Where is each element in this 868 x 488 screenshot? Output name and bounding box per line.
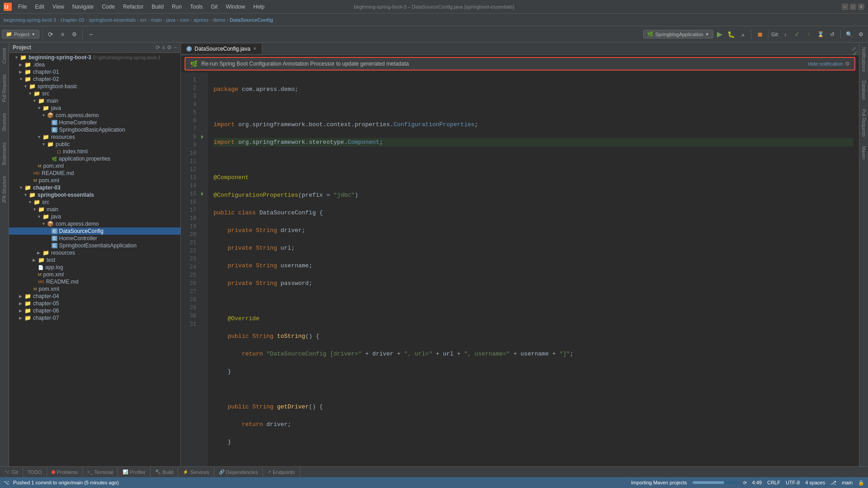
list-item[interactable]: ▼ 📁 resources <box>9 133 180 141</box>
maven-panel-label[interactable]: Maven <box>860 142 867 164</box>
sync-icon[interactable]: ⟳ <box>45 29 56 40</box>
list-item[interactable]: ▼ 📁 src <box>9 199 180 206</box>
menu-code[interactable]: Code <box>98 3 119 11</box>
settings-notif-icon[interactable]: ⚙ <box>845 61 850 67</box>
tab-profiler[interactable]: 📊 Profiler <box>118 467 151 477</box>
list-item[interactable]: 📄 app.log <box>9 264 180 271</box>
tree-item-root[interactable]: ▼ 📁 beginning-spring-boot-3 D:\github\be… <box>9 54 180 61</box>
status-charset[interactable]: UTF-8 <box>786 480 800 485</box>
menu-git[interactable]: Git <box>207 3 221 11</box>
tab-dependencies[interactable]: 🔗 Dependencies <box>214 467 263 477</box>
menu-file[interactable]: File <box>14 3 30 11</box>
tab-close-icon[interactable]: ✕ <box>253 46 256 51</box>
pull-requests-panel-label[interactable]: Pull Requests <box>1 69 8 108</box>
tab-problems[interactable]: Problems <box>47 467 83 477</box>
list-item[interactable]: MD README.md <box>9 278 180 285</box>
tab-build[interactable]: 🔨 Build <box>151 467 178 477</box>
list-item[interactable]: ▶ 📁 .idea <box>9 61 180 68</box>
project-panel-collapse-icon[interactable]: ≡ <box>162 44 165 51</box>
search-everywhere-icon[interactable]: 🔍 <box>844 29 854 40</box>
tab-services[interactable]: ⚡ Services <box>178 467 214 477</box>
menu-run[interactable]: Run <box>168 3 185 11</box>
breadcrumb-item-2[interactable]: springboot-essentials <box>89 17 136 23</box>
menu-view[interactable]: View <box>49 3 68 11</box>
commit-panel-label[interactable]: Commit <box>1 43 8 69</box>
list-item[interactable]: ▼ 📁 chapter-02 <box>9 76 180 83</box>
list-item[interactable]: 🌿 application.properties <box>9 155 180 162</box>
collapse-all-icon[interactable]: ≡ <box>57 29 68 40</box>
run-config-selector[interactable]: 🌿 SpringblogApplication ▼ <box>643 30 713 38</box>
list-item[interactable]: ▼ 📁 java <box>9 104 180 112</box>
project-panel-close-icon[interactable]: − <box>174 44 177 51</box>
list-item[interactable]: ▶ 📁 chapter-05 <box>9 300 180 307</box>
list-item[interactable]: C SpringbootEssentialsApplication <box>9 242 180 249</box>
run-button[interactable]: ▶ <box>714 29 725 40</box>
git-rollback-icon[interactable]: ↺ <box>827 29 838 40</box>
list-item[interactable]: M pom.xml <box>9 177 180 184</box>
list-item[interactable]: M pom.xml <box>9 285 180 293</box>
list-item[interactable]: ▼ 📁 java <box>9 213 180 220</box>
menu-build[interactable]: Build <box>148 3 167 11</box>
list-item[interactable]: ▶ 📁 chapter-07 <box>9 314 180 322</box>
git-commit-icon[interactable]: ✓ <box>792 29 802 40</box>
breadcrumb-item-1[interactable]: chapter-03 <box>61 17 85 23</box>
menu-window[interactable]: Window <box>222 3 249 11</box>
minimize-button[interactable]: ─ <box>842 4 848 10</box>
maximize-button[interactable]: □ <box>850 4 856 10</box>
list-item[interactable]: ⬡ index.html <box>9 148 180 155</box>
notifications-panel-label[interactable]: Notifications <box>860 43 867 76</box>
tab-todo[interactable]: TODO <box>23 467 47 477</box>
list-item[interactable]: C HomeController <box>9 235 180 242</box>
structure-panel-label[interactable]: Structure <box>1 108 8 137</box>
list-item[interactable]: ▶ 📁 chapter-06 <box>9 307 180 314</box>
database-panel-label[interactable]: Database <box>860 76 867 104</box>
close-button[interactable]: ✕ <box>858 4 864 10</box>
hide-notification-button[interactable]: Hide notification ⚙ ✓ <box>808 61 850 67</box>
debug-button[interactable]: 🐛 <box>726 29 737 40</box>
list-item[interactable]: ▼ 📦 com.apress.demo <box>9 220 180 227</box>
list-item[interactable]: M pom.xml <box>9 162 180 170</box>
coverage-button[interactable]: ⟁ <box>738 29 749 40</box>
stop-button[interactable]: ⏹ <box>754 29 765 40</box>
bookmarks-panel-label[interactable]: Bookmarks <box>1 137 8 171</box>
tab-terminal[interactable]: >_ Terminal <box>83 467 118 477</box>
project-panel-sync-icon[interactable]: ⟳ <box>156 44 160 51</box>
menu-help[interactable]: Help <box>250 3 268 11</box>
list-item[interactable]: ▶ 📁 resources <box>9 249 180 256</box>
breadcrumb-item-0[interactable]: beginning-spring-boot-3 <box>4 17 56 23</box>
menu-navigate[interactable]: Navigate <box>69 3 97 11</box>
list-item[interactable]: ▼ 📦 com.apress.demo <box>9 112 180 119</box>
tab-endpoints[interactable]: ↗ Endpoints <box>263 467 300 477</box>
breadcrumb-item-5[interactable]: java <box>166 17 175 23</box>
list-item[interactable]: C SpringbootBasicApplication <box>9 126 180 133</box>
menu-tools[interactable]: Tools <box>186 3 206 11</box>
git-update-icon[interactable]: ↓ <box>780 29 791 40</box>
breadcrumb-item-7[interactable]: apress <box>194 17 209 23</box>
tab-datasourceconfig[interactable]: C DataSourceConfig.java ✕ <box>181 44 262 54</box>
pull-requests-right-label[interactable]: Pull Requests <box>860 104 867 142</box>
minus-icon[interactable]: − <box>85 29 96 40</box>
breadcrumb-item-8[interactable]: demo <box>213 17 226 23</box>
tree-item-datasourceconfig[interactable]: C DataSourceConfig <box>9 227 180 235</box>
list-item[interactable]: ▼ 📁 springboot-essentials <box>9 191 180 199</box>
project-dropdown[interactable]: 📁 Project ▼ <box>2 30 39 38</box>
list-item[interactable]: ▶ 📁 test <box>9 256 180 264</box>
list-item[interactable]: ▼ 📁 public <box>9 141 180 148</box>
status-branch[interactable]: main <box>842 480 853 485</box>
status-line-ending[interactable]: CRLF <box>767 480 780 485</box>
breadcrumb-item-3[interactable]: src <box>140 17 147 23</box>
status-indent[interactable]: 4 spaces <box>805 480 825 485</box>
code-editor[interactable]: 1 2 3 4 5 6 7 8 9 10 11 12 13 14 15 16 1 <box>181 72 859 466</box>
jpa-structure-panel-label[interactable]: JPA Structure <box>1 171 8 208</box>
breadcrumb-item-4[interactable]: main <box>151 17 162 23</box>
list-item[interactable]: ▼ 📁 main <box>9 206 180 213</box>
list-item[interactable]: M pom.xml <box>9 271 180 278</box>
menu-refactor[interactable]: Refactor <box>119 3 147 11</box>
list-item[interactable]: C HomeController <box>9 119 180 126</box>
git-push-icon[interactable]: ↑ <box>803 29 814 40</box>
list-item[interactable]: ▶ 📁 chapter-01 <box>9 68 180 76</box>
menu-edit[interactable]: Edit <box>31 3 48 11</box>
git-history-icon[interactable]: ⌛ <box>815 29 826 40</box>
list-item[interactable]: ▼ 📁 springboot-basic <box>9 83 180 90</box>
project-panel-gear-icon[interactable]: ⚙ <box>167 44 172 51</box>
